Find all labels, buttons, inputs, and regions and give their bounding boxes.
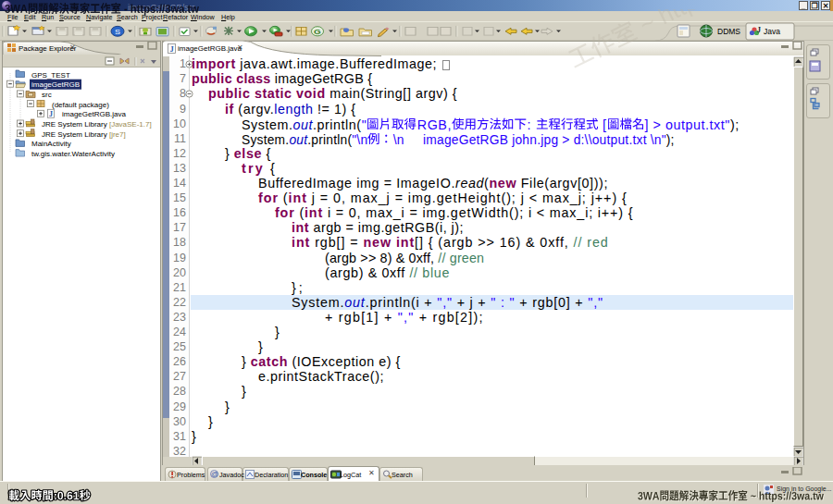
svg-text:JRE System Library [jre7]: JRE System Library [jre7] [42, 130, 126, 139]
svg-text:DDMS: DDMS [717, 27, 740, 36]
svg-text:Java: Java [764, 27, 780, 36]
svg-text:S: S [115, 28, 120, 35]
svg-text:src: src [42, 91, 52, 99]
svg-text:imageGetRGB.java: imageGetRGB.java [62, 110, 126, 118]
svg-text:GPS_TEST: GPS_TEST [31, 71, 70, 80]
svg-text:imageGetRGB: imageGetRGB [31, 80, 80, 89]
svg-text:tw.gis.water.WaterActivity: tw.gis.water.WaterActivity [31, 150, 115, 158]
svg-text:MainActivity: MainActivity [31, 140, 71, 148]
svg-text:(default package): (default package) [52, 101, 109, 109]
svg-text:G: G [314, 28, 321, 36]
svg-text:J: J [757, 26, 761, 34]
svg-text:JRE System Library [JavaSE-1.7: JRE System Library [JavaSE-1.7] [42, 120, 152, 129]
svg-text:J: J [49, 110, 53, 118]
